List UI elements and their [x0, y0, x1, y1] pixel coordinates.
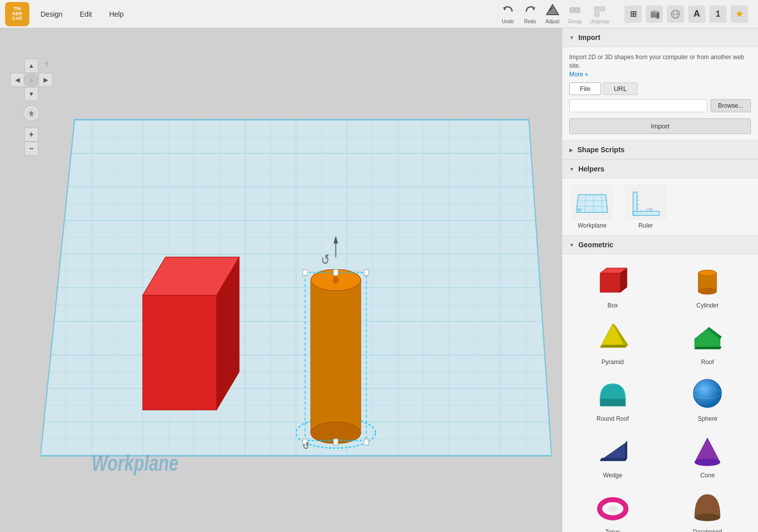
geo-roof[interactable]: Roof [664, 317, 751, 366]
zoom-in-button[interactable]: + [24, 127, 38, 142]
right-panel: ▼ Import Import 2D or 3D shapes from you… [562, 28, 758, 532]
import-file-input[interactable] [569, 99, 707, 112]
geo-torus-thumb [590, 487, 636, 526]
geo-pyramid[interactable]: Pyramid [569, 317, 656, 366]
redo-button[interactable]: Redo [523, 4, 537, 24]
zoom-out-button[interactable]: − [24, 142, 38, 156]
geo-cone[interactable]: Cone [664, 430, 751, 479]
geo-wedge[interactable]: Wedge [569, 430, 656, 479]
geo-sphere-thumb [685, 374, 730, 413]
svg-text:Workplane: Workplane [92, 451, 178, 476]
helper-ruler[interactable]: mm Ruler [623, 185, 668, 229]
svg-point-108 [693, 379, 722, 408]
helper-ruler-thumb: mm [625, 185, 666, 220]
nav-left[interactable]: ◀ [10, 73, 24, 87]
geo-cylinder-label: Cylinder [696, 302, 719, 309]
import-content: Import 2D or 3D shapes from your compute… [562, 47, 758, 140]
geo-box[interactable]: Box [569, 260, 656, 309]
geo-round-roof-thumb [590, 374, 636, 413]
svg-marker-104 [695, 329, 720, 349]
import-title: Import [578, 33, 601, 41]
helper-workplane-thumb: W [571, 185, 613, 220]
app-logo[interactable]: TINKERCAD [5, 2, 29, 26]
geo-wedge-thumb [590, 430, 636, 470]
svg-text:↺: ↺ [303, 440, 309, 452]
helpers-arrow: ▼ [569, 166, 574, 172]
shape-scripts-section: ▶ Shape Scripts [562, 141, 758, 160]
helper-ruler-label: Ruler [639, 222, 653, 229]
import-description: Import 2D or 3D shapes from your compute… [569, 53, 751, 78]
svg-marker-95 [600, 273, 620, 292]
menu-edit[interactable]: Edit [74, 7, 98, 21]
workplane: ↺ ↺ Workplane [40, 59, 552, 517]
geo-pyramid-thumb [590, 317, 636, 357]
3d-view-button[interactable] [646, 6, 663, 23]
undo-button[interactable]: Undo [501, 4, 515, 24]
globe-button[interactable] [667, 6, 684, 23]
canvas-area[interactable]: ▲ ◀ ⌂ ▶ ▼ + − ? [0, 28, 562, 532]
geo-sphere-label: Sphere [698, 415, 718, 422]
group-button[interactable]: Group [568, 4, 582, 24]
svg-rect-9 [595, 12, 599, 17]
import-tab-url[interactable]: URL [603, 82, 638, 95]
svg-marker-103 [600, 345, 628, 347]
shape-scripts-header[interactable]: ▶ Shape Scripts [562, 141, 758, 159]
svg-marker-106 [695, 347, 722, 349]
geo-cylinder[interactable]: Cylinder [664, 260, 751, 309]
geo-round-roof[interactable]: Round Roof [569, 374, 656, 422]
import-header[interactable]: ▼ Import [562, 28, 758, 47]
menu-help[interactable]: Help [103, 7, 130, 21]
import-tabs: File URL [569, 82, 751, 95]
svg-marker-111 [600, 458, 627, 461]
geo-cone-label: Cone [700, 472, 715, 479]
svg-marker-2 [546, 5, 559, 15]
geo-paraboloid-thumb [685, 487, 730, 526]
import-file-row: Browse... [569, 99, 751, 112]
svg-rect-6 [575, 8, 580, 13]
ungroup-button[interactable]: Ungroup [590, 4, 609, 24]
grid-view-button[interactable]: ⊞ [624, 6, 642, 23]
svg-rect-8 [600, 7, 605, 11]
svg-rect-86 [633, 211, 659, 215]
adjust-button[interactable]: Adjust [545, 4, 560, 24]
browse-button[interactable]: Browse... [710, 99, 751, 112]
geo-torus[interactable]: Torus [569, 487, 656, 532]
geo-paraboloid-label: Paraboloid [693, 528, 722, 532]
svg-rect-5 [570, 8, 575, 13]
geometric-header[interactable]: ▼ Geometric [562, 236, 758, 254]
shape-scripts-arrow: ▶ [569, 147, 573, 153]
number-button[interactable]: 1 [709, 6, 727, 23]
star-button[interactable]: ★ [731, 6, 748, 23]
helper-workplane[interactable]: W Workplane [569, 185, 615, 229]
svg-rect-7 [595, 7, 599, 11]
geo-paraboloid[interactable]: Paraboloid [664, 487, 751, 532]
svg-point-99 [698, 288, 717, 294]
helpers-header[interactable]: ▼ Helpers [562, 160, 758, 179]
nav-down[interactable]: ▼ [24, 87, 38, 101]
geo-roof-thumb [685, 317, 730, 357]
svg-marker-112 [625, 441, 627, 461]
home-view-button[interactable] [23, 105, 39, 121]
menu-design[interactable]: Design [34, 7, 69, 21]
geometric-grid: Box Cylinder [562, 254, 758, 532]
svg-rect-72 [333, 439, 338, 445]
geo-wedge-label: Wedge [603, 472, 622, 479]
nav-up[interactable]: ▲ [24, 59, 38, 73]
import-button[interactable]: Import [569, 118, 751, 134]
geometric-title: Geometric [578, 241, 613, 249]
nav-home[interactable]: ⌂ [25, 73, 38, 86]
geo-sphere[interactable]: Sphere [664, 374, 751, 422]
svg-text:mm: mm [647, 207, 653, 211]
text-button[interactable]: A [688, 6, 705, 23]
import-more-link[interactable]: More » [569, 71, 588, 78]
import-tab-file[interactable]: File [569, 82, 601, 95]
svg-rect-68 [364, 270, 369, 276]
svg-rect-70 [364, 439, 369, 445]
geo-pyramid-label: Pyramid [602, 359, 624, 366]
geo-box-thumb [590, 260, 636, 300]
svg-point-116 [608, 506, 618, 512]
geo-round-roof-label: Round Roof [597, 415, 629, 422]
svg-rect-107 [600, 399, 625, 406]
geo-box-label: Box [607, 302, 618, 309]
import-arrow: ▼ [569, 35, 574, 40]
